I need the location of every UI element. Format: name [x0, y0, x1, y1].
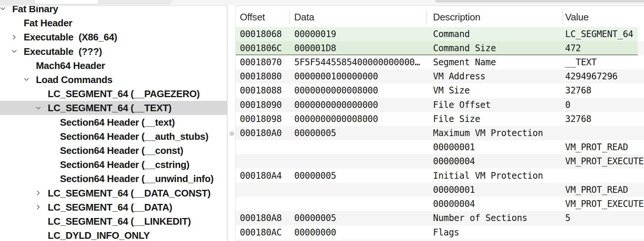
- sidebar-item[interactable]: LC_SEGMENT_64 (__DATA): [0, 200, 227, 214]
- cell-value: 472: [565, 41, 581, 55]
- sidebar-item[interactable]: Executable (???): [0, 44, 227, 59]
- cell-data: 5F5F5445585400000000000…: [294, 55, 420, 69]
- cell-value: VM_PROT_EXECUTE: [565, 197, 644, 211]
- hex-detail-table: 00018068 00000019 Command LC_SEGMENT_64 …: [236, 0, 644, 241]
- sidebar-item-label: LC_DYLD_INFO_ONLY: [48, 228, 150, 241]
- cell-offset: 000180A4: [240, 169, 282, 183]
- cell-description: Segment Name: [433, 55, 496, 69]
- cell-offset: 00018070: [240, 55, 282, 69]
- cell-description: Flags: [433, 225, 459, 240]
- cell-data: 00000019: [294, 27, 336, 41]
- sidebar-item[interactable]: LC_DYLD_INFO_ONLY: [0, 228, 227, 241]
- cell-offset: 000180AC: [240, 225, 282, 240]
- table-row[interactable]: 0001806C 000001D8 Command Size 472: [236, 41, 644, 55]
- cell-offset: 00018080: [240, 69, 282, 83]
- sidebar-item[interactable]: Load Commands: [0, 73, 227, 87]
- cell-description: Number of Sections: [433, 211, 527, 225]
- cell-value: 32768: [565, 83, 591, 98]
- chevron-right-icon[interactable]: [35, 204, 41, 210]
- sidebar-item[interactable]: Fat Header: [0, 16, 227, 30]
- sidebar-item[interactable]: Executable (X86_64): [0, 30, 227, 44]
- cell-description: File Offset: [433, 98, 491, 112]
- table-row[interactable]: 00000001 VM_PROT_READ: [236, 183, 644, 197]
- table-row[interactable]: 000180AC 00000000 Flags: [236, 225, 644, 240]
- table-row[interactable]: [236, 240, 644, 241]
- sidebar-item-label: Executable (X86_64): [24, 30, 117, 44]
- chevron-right-icon[interactable]: [35, 190, 41, 196]
- cell-offset: 000180A0: [240, 126, 282, 140]
- table-row[interactable]: 00018090 0000000000000000 File Offset 0: [236, 98, 644, 112]
- cell-offset: 00018088: [240, 83, 282, 98]
- sidebar-item[interactable]: Section64 Header (__unwind_info): [0, 172, 227, 186]
- chevron-down-icon[interactable]: [35, 105, 41, 111]
- cell-data: 0000000100000000: [294, 69, 378, 83]
- sidebar-item[interactable]: LC_SEGMENT_64 (__DATA_CONST): [0, 186, 227, 200]
- cell-description: Maximum VM Protection: [433, 126, 543, 140]
- cell-data: 0000000000008000: [294, 83, 378, 98]
- sidebar-item[interactable]: Section64 Header (__text): [0, 115, 227, 129]
- splitter-handle[interactable]: [229, 131, 234, 136]
- sidebar-item-label: Mach64 Header: [36, 59, 105, 73]
- sidebar-item-label: LC_SEGMENT_64 (__TEXT): [48, 101, 171, 115]
- cell-offset: 000180A8: [240, 211, 282, 225]
- cell-value: VM_PROT_READ: [565, 183, 628, 197]
- table-row[interactable]: 00000004 VM_PROT_EXECUTE: [236, 154, 644, 168]
- cell-description: 00000001: [433, 140, 475, 154]
- sidebar-item-label: Executable (???): [24, 44, 102, 59]
- chevron-down-icon[interactable]: [0, 6, 6, 12]
- sidebar-item[interactable]: Fat Binary: [0, 6, 227, 16]
- cell-value: 4294967296: [565, 69, 618, 83]
- cell-data: 00000005: [294, 169, 336, 183]
- splitter-gap: [227, 5, 235, 7]
- cell-data: 00000005: [294, 211, 336, 225]
- cell-data: 00000000: [294, 225, 336, 240]
- table-row[interactable]: 00018068 00000019 Command LC_SEGMENT_64: [236, 27, 644, 41]
- chevron-right-icon[interactable]: [11, 34, 17, 40]
- sidebar-item-label: LC_SEGMENT_64 (__LINKEDIT): [48, 214, 191, 228]
- sidebar-item[interactable]: LC_SEGMENT_64 (__TEXT): [0, 101, 227, 115]
- sidebar-divider[interactable]: [227, 6, 228, 241]
- cell-description: VM Size: [433, 83, 470, 98]
- cell-data: 00000005: [294, 126, 336, 140]
- cell-data: 0000000000008000: [294, 112, 378, 126]
- sidebar-item-label: Fat Binary: [12, 6, 58, 16]
- table-row[interactable]: 00018098 0000000000008000 File Size 3276…: [236, 112, 644, 126]
- table-row[interactable]: 00000004 VM_PROT_EXECUTE: [236, 197, 644, 211]
- cell-offset: 0001806C: [240, 41, 282, 55]
- cell-description: 00000001: [433, 183, 475, 197]
- cell-value: 0: [565, 98, 570, 112]
- cell-description: Command: [433, 27, 470, 41]
- cell-value: VM_PROT_READ: [565, 140, 628, 154]
- table-row[interactable]: 000180A8 00000005 Number of Sections 5: [236, 211, 644, 225]
- sidebar-item[interactable]: LC_SEGMENT_64 (__LINKEDIT): [0, 214, 227, 228]
- sidebar-item-label: Fat Header: [24, 16, 72, 30]
- table-row[interactable]: 00018088 0000000000008000 VM Size 32768: [236, 83, 644, 98]
- table-row[interactable]: 00018080 0000000100000000 VM Address 429…: [236, 69, 644, 83]
- sidebar-item-label: Section64 Header (__unwind_info): [60, 172, 214, 186]
- cell-value: LC_SEGMENT_64: [565, 27, 633, 41]
- sidebar-item-label: Section64 Header (__cstring): [60, 158, 189, 172]
- sidebar-item[interactable]: Section64 Header (__auth_stubs): [0, 129, 227, 143]
- toolbar-button-partial[interactable]: [34, 0, 99, 4]
- sidebar-item-label: Section64 Header (__const): [60, 143, 183, 158]
- sidebar-tree: Fat Binary Fat Header Executable (X86_64…: [0, 6, 227, 241]
- sidebar-item[interactable]: Section64 Header (__cstring): [0, 158, 227, 172]
- chevron-down-icon[interactable]: [11, 48, 17, 55]
- cell-value: 32768: [565, 112, 591, 126]
- table-row[interactable]: 00000001 VM_PROT_READ: [236, 140, 644, 154]
- chevron-down-icon[interactable]: [23, 76, 30, 83]
- sidebar-item[interactable]: Section64 Header (__const): [0, 143, 227, 158]
- cell-data: 0000000000000000: [294, 98, 378, 112]
- sidebar-item[interactable]: LC_SEGMENT_64 (__PAGEZERO): [0, 87, 227, 101]
- cell-offset: 00018068: [240, 27, 282, 41]
- cell-offset: 00018090: [240, 98, 282, 112]
- table-row[interactable]: 000180A4 00000005 Initial VM Protection: [236, 169, 644, 183]
- table-row[interactable]: 00018070 5F5F5445585400000000000… Segmen…: [236, 55, 644, 69]
- sidebar-item[interactable]: Mach64 Header: [0, 59, 227, 73]
- sidebar-item-label: LC_SEGMENT_64 (__DATA_CONST): [48, 186, 211, 200]
- sidebar-item-label: Load Commands: [36, 73, 113, 87]
- sidebar-item-label: Section64 Header (__auth_stubs): [60, 129, 208, 143]
- cell-value: 5: [565, 211, 570, 225]
- cell-value: VM_PROT_EXECUTE: [565, 154, 644, 168]
- table-row[interactable]: 000180A0 00000005 Maximum VM Protection: [236, 126, 644, 140]
